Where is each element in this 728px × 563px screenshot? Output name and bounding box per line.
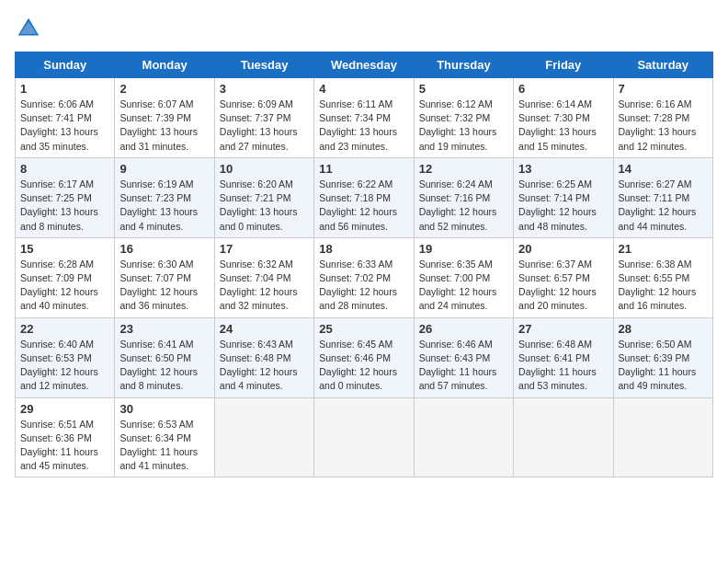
day-header-tuesday: Tuesday bbox=[214, 52, 313, 78]
calendar-week-row: 8Sunrise: 6:17 AMSunset: 7:25 PMDaylight… bbox=[16, 157, 713, 237]
day-number: 27 bbox=[518, 322, 608, 336]
day-info: Sunrise: 6:27 AMSunset: 7:11 PMDaylight:… bbox=[619, 178, 708, 234]
calendar-cell: 16Sunrise: 6:30 AMSunset: 7:07 PMDayligh… bbox=[115, 237, 214, 317]
calendar-cell: 6Sunrise: 6:14 AMSunset: 7:30 PMDaylight… bbox=[514, 78, 613, 158]
day-number: 21 bbox=[619, 242, 708, 256]
day-number: 11 bbox=[319, 162, 408, 176]
day-info: Sunrise: 6:30 AMSunset: 7:07 PMDaylight:… bbox=[119, 258, 209, 314]
calendar-cell: 15Sunrise: 6:28 AMSunset: 7:09 PMDayligh… bbox=[16, 237, 115, 317]
calendar-week-row: 29Sunrise: 6:51 AMSunset: 6:36 PMDayligh… bbox=[16, 397, 713, 477]
day-info: Sunrise: 6:33 AMSunset: 7:02 PMDaylight:… bbox=[319, 258, 408, 314]
calendar-week-row: 22Sunrise: 6:40 AMSunset: 6:53 PMDayligh… bbox=[16, 317, 713, 397]
day-number: 28 bbox=[619, 322, 708, 336]
day-header-friday: Friday bbox=[514, 52, 613, 78]
calendar-cell: 12Sunrise: 6:24 AMSunset: 7:16 PMDayligh… bbox=[414, 157, 513, 237]
calendar-cell: 20Sunrise: 6:37 AMSunset: 6:57 PMDayligh… bbox=[514, 237, 613, 317]
calendar-cell bbox=[514, 397, 613, 477]
day-number: 15 bbox=[20, 242, 109, 256]
day-number: 5 bbox=[419, 82, 508, 96]
day-number: 24 bbox=[220, 322, 309, 336]
day-number: 6 bbox=[518, 82, 608, 96]
day-info: Sunrise: 6:25 AMSunset: 7:14 PMDaylight:… bbox=[518, 178, 608, 234]
day-info: Sunrise: 6:28 AMSunset: 7:09 PMDaylight:… bbox=[20, 258, 109, 314]
calendar-cell: 9Sunrise: 6:19 AMSunset: 7:23 PMDaylight… bbox=[115, 157, 214, 237]
calendar-cell: 13Sunrise: 6:25 AMSunset: 7:14 PMDayligh… bbox=[514, 157, 613, 237]
day-number: 30 bbox=[119, 402, 209, 416]
calendar-week-row: 15Sunrise: 6:28 AMSunset: 7:09 PMDayligh… bbox=[16, 237, 713, 317]
calendar-header-row: SundayMondayTuesdayWednesdayThursdayFrid… bbox=[16, 52, 713, 78]
day-number: 2 bbox=[119, 82, 209, 96]
calendar-cell bbox=[214, 397, 313, 477]
day-info: Sunrise: 6:53 AMSunset: 6:34 PMDaylight:… bbox=[119, 418, 209, 474]
day-info: Sunrise: 6:50 AMSunset: 6:39 PMDaylight:… bbox=[619, 338, 708, 394]
calendar-cell: 28Sunrise: 6:50 AMSunset: 6:39 PMDayligh… bbox=[613, 317, 712, 397]
day-info: Sunrise: 6:12 AMSunset: 7:32 PMDaylight:… bbox=[419, 98, 508, 154]
calendar-cell: 19Sunrise: 6:35 AMSunset: 7:00 PMDayligh… bbox=[414, 237, 513, 317]
day-number: 18 bbox=[319, 242, 408, 256]
calendar-cell: 23Sunrise: 6:41 AMSunset: 6:50 PMDayligh… bbox=[115, 317, 214, 397]
page-header bbox=[15, 15, 713, 42]
calendar-cell: 18Sunrise: 6:33 AMSunset: 7:02 PMDayligh… bbox=[314, 237, 414, 317]
calendar-week-row: 1Sunrise: 6:06 AMSunset: 7:41 PMDaylight… bbox=[16, 78, 713, 158]
day-header-thursday: Thursday bbox=[414, 52, 513, 78]
logo bbox=[15, 15, 46, 42]
calendar-cell: 10Sunrise: 6:20 AMSunset: 7:21 PMDayligh… bbox=[214, 157, 313, 237]
day-info: Sunrise: 6:48 AMSunset: 6:41 PMDaylight:… bbox=[518, 338, 608, 394]
day-info: Sunrise: 6:40 AMSunset: 6:53 PMDaylight:… bbox=[20, 338, 109, 394]
calendar-cell: 3Sunrise: 6:09 AMSunset: 7:37 PMDaylight… bbox=[214, 78, 313, 158]
calendar-cell: 27Sunrise: 6:48 AMSunset: 6:41 PMDayligh… bbox=[514, 317, 613, 397]
calendar-cell bbox=[314, 397, 414, 477]
calendar-cell: 14Sunrise: 6:27 AMSunset: 7:11 PMDayligh… bbox=[613, 157, 712, 237]
calendar-cell: 2Sunrise: 6:07 AMSunset: 7:39 PMDaylight… bbox=[115, 78, 214, 158]
day-number: 25 bbox=[319, 322, 408, 336]
day-info: Sunrise: 6:14 AMSunset: 7:30 PMDaylight:… bbox=[518, 98, 608, 154]
day-info: Sunrise: 6:51 AMSunset: 6:36 PMDaylight:… bbox=[20, 418, 109, 474]
day-info: Sunrise: 6:35 AMSunset: 7:00 PMDaylight:… bbox=[419, 258, 508, 314]
calendar-cell: 8Sunrise: 6:17 AMSunset: 7:25 PMDaylight… bbox=[16, 157, 115, 237]
day-info: Sunrise: 6:19 AMSunset: 7:23 PMDaylight:… bbox=[119, 178, 209, 234]
day-number: 29 bbox=[20, 402, 109, 416]
day-number: 22 bbox=[20, 322, 109, 336]
calendar-cell: 30Sunrise: 6:53 AMSunset: 6:34 PMDayligh… bbox=[115, 397, 214, 477]
calendar-cell: 22Sunrise: 6:40 AMSunset: 6:53 PMDayligh… bbox=[16, 317, 115, 397]
day-number: 14 bbox=[619, 162, 708, 176]
day-number: 23 bbox=[119, 322, 209, 336]
calendar-cell bbox=[414, 397, 513, 477]
day-number: 10 bbox=[220, 162, 309, 176]
day-info: Sunrise: 6:22 AMSunset: 7:18 PMDaylight:… bbox=[319, 178, 408, 234]
day-header-wednesday: Wednesday bbox=[314, 52, 414, 78]
day-number: 7 bbox=[619, 82, 708, 96]
day-info: Sunrise: 6:38 AMSunset: 6:55 PMDaylight:… bbox=[619, 258, 708, 314]
day-info: Sunrise: 6:46 AMSunset: 6:43 PMDaylight:… bbox=[419, 338, 508, 394]
calendar-cell: 4Sunrise: 6:11 AMSunset: 7:34 PMDaylight… bbox=[314, 78, 414, 158]
day-info: Sunrise: 6:07 AMSunset: 7:39 PMDaylight:… bbox=[119, 98, 209, 154]
calendar-cell: 1Sunrise: 6:06 AMSunset: 7:41 PMDaylight… bbox=[16, 78, 115, 158]
calendar-table: SundayMondayTuesdayWednesdayThursdayFrid… bbox=[15, 52, 713, 477]
day-info: Sunrise: 6:17 AMSunset: 7:25 PMDaylight:… bbox=[20, 178, 109, 234]
day-info: Sunrise: 6:32 AMSunset: 7:04 PMDaylight:… bbox=[220, 258, 309, 314]
calendar-cell: 7Sunrise: 6:16 AMSunset: 7:28 PMDaylight… bbox=[613, 78, 712, 158]
day-info: Sunrise: 6:24 AMSunset: 7:16 PMDaylight:… bbox=[419, 178, 508, 234]
calendar-cell bbox=[613, 397, 712, 477]
day-number: 1 bbox=[20, 82, 109, 96]
calendar-cell: 26Sunrise: 6:46 AMSunset: 6:43 PMDayligh… bbox=[414, 317, 513, 397]
calendar-cell: 11Sunrise: 6:22 AMSunset: 7:18 PMDayligh… bbox=[314, 157, 414, 237]
day-info: Sunrise: 6:16 AMSunset: 7:28 PMDaylight:… bbox=[619, 98, 708, 154]
calendar-cell: 24Sunrise: 6:43 AMSunset: 6:48 PMDayligh… bbox=[214, 317, 313, 397]
calendar-cell: 29Sunrise: 6:51 AMSunset: 6:36 PMDayligh… bbox=[16, 397, 115, 477]
day-number: 3 bbox=[220, 82, 309, 96]
day-number: 16 bbox=[119, 242, 209, 256]
day-number: 4 bbox=[319, 82, 408, 96]
day-info: Sunrise: 6:20 AMSunset: 7:21 PMDaylight:… bbox=[220, 178, 309, 234]
calendar-cell: 25Sunrise: 6:45 AMSunset: 6:46 PMDayligh… bbox=[314, 317, 414, 397]
day-number: 9 bbox=[119, 162, 209, 176]
day-info: Sunrise: 6:45 AMSunset: 6:46 PMDaylight:… bbox=[319, 338, 408, 394]
day-number: 13 bbox=[518, 162, 608, 176]
day-info: Sunrise: 6:06 AMSunset: 7:41 PMDaylight:… bbox=[20, 98, 109, 154]
day-number: 12 bbox=[419, 162, 508, 176]
calendar-cell: 21Sunrise: 6:38 AMSunset: 6:55 PMDayligh… bbox=[613, 237, 712, 317]
calendar-cell: 17Sunrise: 6:32 AMSunset: 7:04 PMDayligh… bbox=[214, 237, 313, 317]
calendar-cell: 5Sunrise: 6:12 AMSunset: 7:32 PMDaylight… bbox=[414, 78, 513, 158]
day-info: Sunrise: 6:41 AMSunset: 6:50 PMDaylight:… bbox=[119, 338, 209, 394]
day-number: 20 bbox=[518, 242, 608, 256]
